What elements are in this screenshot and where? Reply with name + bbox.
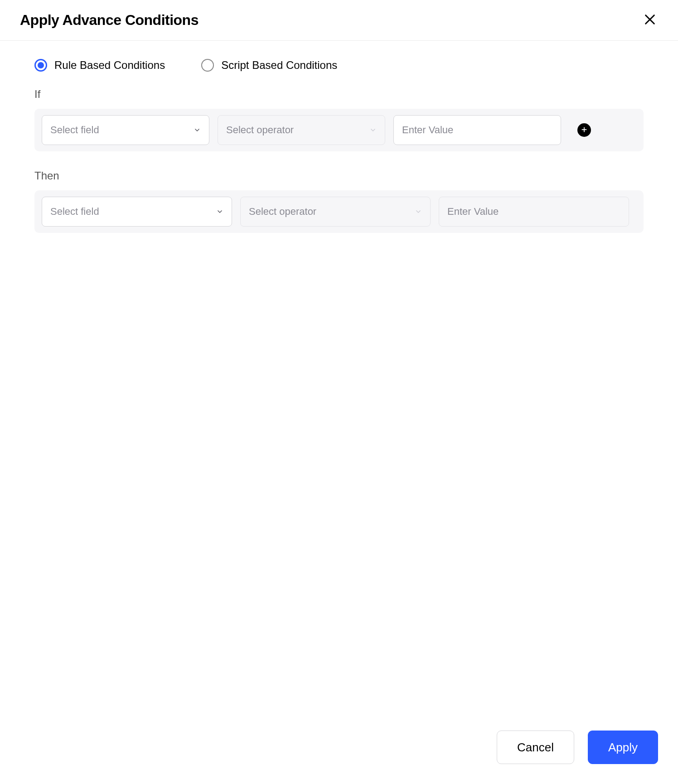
chevron-down-icon [215,207,224,216]
condition-type-radio-group: Rule Based Conditions Script Based Condi… [34,59,644,72]
close-icon [644,13,656,27]
radio-selected-icon [34,59,47,72]
modal-footer: Cancel Apply [0,731,678,784]
select-placeholder: Select operator [249,206,316,218]
if-section-label: If [34,88,644,101]
select-placeholder: Select operator [226,124,294,136]
then-value-input[interactable] [439,197,629,226]
select-placeholder: Select field [50,206,99,218]
select-placeholder: Select field [50,124,99,136]
if-field-select[interactable]: Select field [42,115,209,145]
chevron-down-icon [414,207,423,216]
radio-script-based[interactable]: Script Based Conditions [201,59,337,72]
apply-button[interactable]: Apply [588,731,658,764]
radio-label: Script Based Conditions [221,59,337,72]
then-field-select[interactable]: Select field [42,197,232,227]
modal-title: Apply Advance Conditions [20,12,199,29]
if-operator-select[interactable]: Select operator [218,115,385,145]
apply-conditions-modal: Apply Advance Conditions Rule Based Cond… [0,0,678,784]
then-operator-select[interactable]: Select operator [240,197,431,227]
chevron-down-icon [193,126,202,135]
then-condition-row: Select field Select operator [34,190,644,233]
plus-icon [581,126,587,134]
close-button[interactable] [642,12,658,29]
if-condition-row: Select field Select operator [34,109,644,151]
radio-unselected-icon [201,59,214,72]
add-condition-button[interactable] [577,123,591,137]
cancel-button[interactable]: Cancel [497,731,574,764]
modal-body: Rule Based Conditions Script Based Condi… [0,41,678,731]
radio-rule-based[interactable]: Rule Based Conditions [34,59,165,72]
radio-label: Rule Based Conditions [54,59,165,72]
chevron-down-icon [368,126,378,135]
modal-header: Apply Advance Conditions [0,0,678,41]
button-label: Cancel [517,740,554,755]
then-value-input-wrap [439,197,629,227]
if-value-input[interactable] [394,116,561,145]
if-value-input-wrap [393,115,561,145]
then-section-label: Then [34,169,644,182]
button-label: Apply [608,740,638,755]
